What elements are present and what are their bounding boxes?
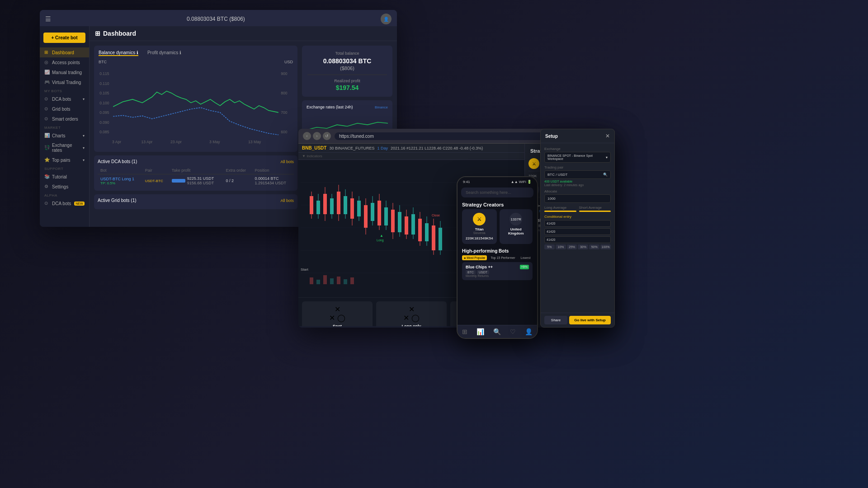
pct-50-button[interactable]: 50% <box>589 244 599 249</box>
my-bots-label: MY BOTS <box>40 87 89 94</box>
pct-10-button[interactable]: 10% <box>556 244 566 249</box>
exchange-header: Exchange rates (last 24h) Binance <box>307 105 388 109</box>
tab-balance-dynamics[interactable]: Balance dynamics ℹ <box>99 50 138 56</box>
mobile-titan-card[interactable]: ⚔ Titan Slovenia 220K 181 549K 54 <box>462 209 497 244</box>
sidebar-item-exchange-rates[interactable]: 💱 Exchange rates ▾ <box>40 141 89 155</box>
mobile-usdt-tag: USDT <box>477 270 489 274</box>
mobile-stat-2: 181 <box>474 236 480 240</box>
exchange-rates-icon: 💱 <box>44 145 50 150</box>
sidebar-item-manual-trading[interactable]: 📈 Manual trading <box>40 67 89 77</box>
svg-text:800: 800 <box>281 91 288 95</box>
mobile-filter-top15[interactable]: Top 15 Performer <box>489 255 517 260</box>
sidebar-item-dca-alpha[interactable]: ⊙ DCA bots NEW <box>40 198 89 208</box>
mobile-tab-portfolio-icon[interactable]: 📊 <box>476 328 484 335</box>
mobile-tab-home-icon[interactable]: ⊞ <box>462 328 467 335</box>
mobile-strategy-title: Strategy Creators <box>458 199 537 209</box>
sidebar-item-smart-orders[interactable]: ⊙ Smart orders <box>40 114 89 124</box>
mobile-1337-card[interactable]: 1337R United Kingdom <box>500 209 533 244</box>
mobile-high-performing-title: High-performing Bots <box>458 247 537 255</box>
sidebar-item-dashboard[interactable]: ⊞ Dashboard <box>40 47 89 57</box>
sidebar-item-dca-bots[interactable]: ⊙ DCA bots ▾ <box>40 94 89 104</box>
smart-orders-icon: ⊙ <box>44 116 50 122</box>
mobile-titan-stats: 220K 181 549K 54 <box>466 236 493 240</box>
setup-footer: Share Go live with Setup <box>541 313 614 327</box>
spot-label: Spot <box>306 324 369 326</box>
sidebar-item-virtual-trading[interactable]: 🎮 Virtual Trading <box>40 77 89 87</box>
sidebar-item-grid-bots[interactable]: ⊙ Grid bots <box>40 104 89 114</box>
mobile-tab-favorite-icon[interactable]: ♡ <box>510 328 516 335</box>
all-bots-link[interactable]: All bots <box>280 160 294 164</box>
svg-text:0.090: 0.090 <box>99 120 109 125</box>
mobile-filter-lowest[interactable]: Lowest <box>519 255 533 260</box>
dca-alpha-icon: ⊙ <box>44 201 50 206</box>
mobile-time: 9:41 <box>463 180 470 184</box>
forward-button[interactable]: › <box>313 132 321 140</box>
tab-profit-dynamics[interactable]: Profit dynamics ℹ <box>147 50 181 56</box>
mobile-tab-profile-icon[interactable]: 👤 <box>525 328 533 335</box>
long-only-label: Long only <box>380 324 443 326</box>
svg-rect-71 <box>344 279 347 284</box>
user-avatar[interactable]: 👤 <box>381 14 392 24</box>
exchange-rates-label: Exchange rates (last 24h) <box>307 105 353 109</box>
pair-badge: USDT-BTC <box>145 179 163 183</box>
left-column: Balance dynamics ℹ Profit dynamics ℹ BTC… <box>94 46 297 219</box>
refresh-button[interactable]: ↺ <box>323 132 331 140</box>
sidebar-item-access-points[interactable]: ◎ Access points <box>40 57 89 67</box>
all-grid-bots-link[interactable]: All bots <box>280 198 294 203</box>
mobile-search-bar[interactable]: Search something here... <box>461 188 533 197</box>
chevron-down-icon: ▾ <box>83 158 85 162</box>
pct-5-button[interactable]: 5% <box>544 244 555 249</box>
setup-close-icon[interactable]: ✕ <box>605 133 610 139</box>
exchange-label: 30 BINANCE_FUTURES <box>329 146 374 150</box>
pct-100-button[interactable]: 100% <box>600 244 611 249</box>
pct-25-button[interactable]: 25% <box>567 244 577 249</box>
mobile-signal-icons: ▲▲ WiFi 🔋 <box>511 180 532 184</box>
active-grid-bots-section: Active Grid bots (1) All bots <box>94 194 297 209</box>
support-label: SUPPORT <box>40 165 89 172</box>
cond-price-input-1[interactable] <box>544 220 611 227</box>
svg-text:13 Apr: 13 Apr <box>142 140 153 144</box>
sidebar-item-label: Virtual Trading <box>52 80 81 85</box>
svg-text:3 May: 3 May <box>209 140 220 144</box>
allocate-input[interactable]: 1000 <box>544 194 611 203</box>
svg-text:0.100: 0.100 <box>99 101 109 105</box>
col-pair: Pair <box>142 167 169 174</box>
cond-price-input-3[interactable] <box>544 236 611 243</box>
share-button[interactable]: Share <box>544 316 567 324</box>
sidebar-item-settings[interactable]: ⚙ Settings <box>40 182 89 192</box>
sidebar-item-top-pairs[interactable]: ⭐ Top pairs ▾ <box>40 155 89 165</box>
bot-name-link[interactable]: USDT-BTC Long 1 <box>100 177 140 181</box>
stat-val-2: 181 <box>474 236 480 240</box>
sidebar-item-label: Smart orders <box>52 117 78 122</box>
sidebar-item-tutorial[interactable]: 📚 Tutorial <box>40 172 89 182</box>
sidebar-item-label: Tutorial <box>52 174 67 179</box>
sidebar-item-charts[interactable]: 📊 Charts ▾ <box>40 131 89 141</box>
mobile-titan-name: Titan <box>466 227 493 231</box>
balance-chart-area: 0.115 0.110 0.105 0.100 0.095 0.090 0.08… <box>99 66 293 147</box>
table-row: USDT-BTC Long 1 TP: 0.5% USDT-BTC <box>98 174 294 188</box>
long-only-card: ✕✕ ◯ Long only Standard Setup Automate a… <box>376 301 447 326</box>
position-cell: 0.00014 BTC 1.2915434 USDT <box>252 174 294 188</box>
cond-input-3 <box>544 236 611 243</box>
mobile-return-label: Monthly Returns <box>466 274 529 277</box>
long-avg-track[interactable] <box>544 211 576 212</box>
pct-30-button[interactable]: 30% <box>578 244 588 249</box>
trading-pair-value: BTC / USDT <box>547 173 567 177</box>
back-button[interactable]: ‹ <box>303 132 311 140</box>
mobile-tab-search-icon[interactable]: 🔍 <box>493 328 501 335</box>
cond-price-input-2[interactable] <box>544 228 611 235</box>
mobile-filter-popular[interactable]: ● Most Popular <box>462 255 487 260</box>
col-bot: Bot <box>98 167 142 174</box>
conditional-entry-section: Conditional entry 5% 10% 25% 30% 50% 100… <box>544 215 611 249</box>
long-only-icon: ✕✕ ◯ <box>380 305 443 322</box>
exchange-select[interactable]: BINANCE SPOT - Binance Spot Workspace ▾ <box>544 152 611 163</box>
average-inputs-row: Long Average Short Average <box>544 206 611 212</box>
short-avg-track[interactable] <box>579 211 611 212</box>
hamburger-icon[interactable]: ☰ <box>45 15 51 23</box>
long-avg-label: Long Average <box>544 206 576 210</box>
create-bot-button[interactable]: + Create bot <box>43 33 85 43</box>
allocate-group: Allocate 1000 <box>544 189 611 203</box>
pair-cell: USDT-BTC <box>142 174 169 188</box>
trading-pair-select[interactable]: BTC / USDT 🔍 <box>544 170 611 179</box>
golive-button[interactable]: Go live with Setup <box>569 316 611 324</box>
